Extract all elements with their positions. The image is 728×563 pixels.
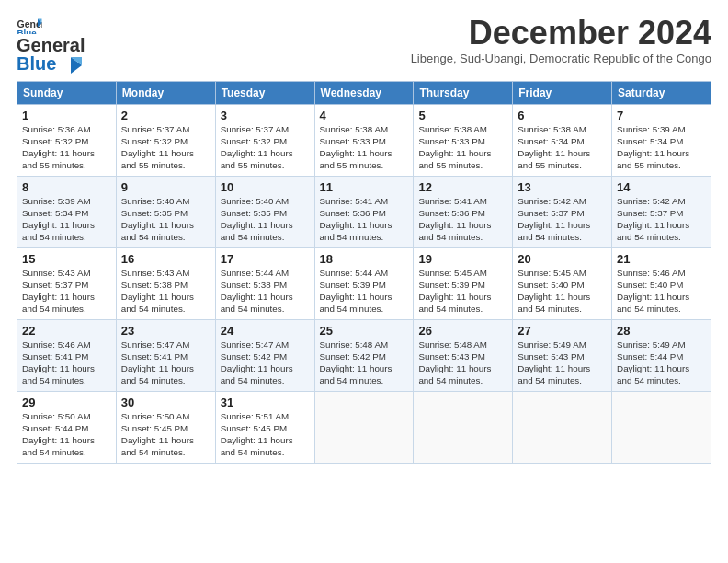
- day-info: Sunrise: 5:45 AMSunset: 5:39 PMDaylight:…: [418, 267, 507, 316]
- table-row: 31 Sunrise: 5:51 AMSunset: 5:45 PMDaylig…: [215, 391, 314, 463]
- day-info: Sunrise: 5:45 AMSunset: 5:40 PMDaylight:…: [518, 267, 607, 316]
- table-row: 3 Sunrise: 5:37 AMSunset: 5:32 PMDayligh…: [215, 104, 314, 176]
- day-info: Sunrise: 5:44 AMSunset: 5:38 PMDaylight:…: [221, 267, 310, 316]
- table-row: 11 Sunrise: 5:41 AMSunset: 5:36 PMDaylig…: [314, 176, 414, 247]
- table-row: [414, 391, 513, 463]
- table-row: 2 Sunrise: 5:37 AMSunset: 5:32 PMDayligh…: [116, 104, 215, 176]
- table-row: 16 Sunrise: 5:43 AMSunset: 5:38 PMDaylig…: [116, 247, 215, 319]
- table-row: [513, 391, 612, 463]
- day-number: 20: [518, 252, 607, 266]
- day-number: 9: [121, 180, 210, 194]
- day-number: 31: [221, 396, 310, 409]
- logo-general: General: [17, 35, 85, 55]
- table-row: 8 Sunrise: 5:39 AMSunset: 5:34 PMDayligh…: [17, 176, 117, 247]
- svg-text:Blue: Blue: [17, 28, 38, 35]
- table-row: 29 Sunrise: 5:50 AMSunset: 5:44 PMDaylig…: [17, 391, 117, 463]
- day-info: Sunrise: 5:42 AMSunset: 5:37 PMDaylight:…: [617, 195, 706, 244]
- day-number: 19: [418, 252, 507, 266]
- day-number: 10: [221, 180, 310, 194]
- logo-blue: Blue: [17, 53, 56, 74]
- day-number: 28: [617, 324, 706, 338]
- table-row: 22 Sunrise: 5:46 AMSunset: 5:41 PMDaylig…: [17, 319, 117, 391]
- day-info: Sunrise: 5:49 AMSunset: 5:43 PMDaylight:…: [518, 339, 607, 387]
- table-row: 19 Sunrise: 5:45 AMSunset: 5:39 PMDaylig…: [414, 247, 513, 319]
- logo-arrow-icon: [63, 55, 84, 75]
- day-number: 1: [22, 109, 111, 122]
- subtitle: Libenge, Sud-Ubangi, Democratic Republic…: [411, 52, 711, 65]
- day-info: Sunrise: 5:37 AMSunset: 5:32 PMDaylight:…: [121, 123, 210, 172]
- day-number: 18: [320, 252, 409, 266]
- day-number: 13: [518, 180, 607, 194]
- table-row: 6 Sunrise: 5:38 AMSunset: 5:34 PMDayligh…: [513, 104, 612, 176]
- table-row: 9 Sunrise: 5:40 AMSunset: 5:35 PMDayligh…: [116, 176, 215, 247]
- header-friday: Friday: [513, 81, 612, 104]
- table-row: 27 Sunrise: 5:49 AMSunset: 5:43 PMDaylig…: [513, 319, 612, 391]
- calendar-week-row: 15 Sunrise: 5:43 AMSunset: 5:37 PMDaylig…: [17, 247, 711, 319]
- calendar-table: Sunday Monday Tuesday Wednesday Thursday…: [17, 81, 711, 464]
- day-number: 24: [221, 324, 310, 338]
- day-info: Sunrise: 5:40 AMSunset: 5:35 PMDaylight:…: [221, 195, 310, 244]
- header-saturday: Saturday: [612, 81, 711, 104]
- table-row: 24 Sunrise: 5:47 AMSunset: 5:42 PMDaylig…: [215, 319, 314, 391]
- day-number: 5: [418, 109, 507, 122]
- calendar-week-row: 29 Sunrise: 5:50 AMSunset: 5:44 PMDaylig…: [17, 391, 711, 463]
- page: General Blue General Blue December 2024 …: [0, 0, 728, 473]
- day-info: Sunrise: 5:50 AMSunset: 5:44 PMDaylight:…: [22, 410, 111, 459]
- table-row: 4 Sunrise: 5:38 AMSunset: 5:33 PMDayligh…: [314, 104, 414, 176]
- calendar-week-row: 22 Sunrise: 5:46 AMSunset: 5:41 PMDaylig…: [17, 319, 711, 391]
- day-info: Sunrise: 5:38 AMSunset: 5:33 PMDaylight:…: [418, 123, 507, 172]
- calendar-week-row: 1 Sunrise: 5:36 AMSunset: 5:32 PMDayligh…: [17, 104, 711, 176]
- day-number: 7: [617, 109, 706, 122]
- day-info: Sunrise: 5:49 AMSunset: 5:44 PMDaylight:…: [617, 339, 706, 387]
- day-number: 3: [221, 109, 310, 122]
- day-number: 23: [121, 324, 210, 338]
- day-number: 4: [320, 109, 409, 122]
- day-number: 8: [22, 180, 111, 194]
- day-info: Sunrise: 5:41 AMSunset: 5:36 PMDaylight:…: [418, 195, 507, 244]
- table-row: 28 Sunrise: 5:49 AMSunset: 5:44 PMDaylig…: [612, 319, 711, 391]
- header-monday: Monday: [116, 81, 215, 104]
- day-number: 14: [617, 180, 706, 194]
- title-block: December 2024 Libenge, Sud-Ubangi, Democ…: [411, 17, 711, 65]
- day-number: 12: [418, 180, 507, 194]
- table-row: 25 Sunrise: 5:48 AMSunset: 5:42 PMDaylig…: [314, 319, 414, 391]
- day-info: Sunrise: 5:42 AMSunset: 5:37 PMDaylight:…: [518, 195, 607, 244]
- day-info: Sunrise: 5:41 AMSunset: 5:36 PMDaylight:…: [320, 195, 409, 244]
- day-number: 26: [418, 324, 507, 338]
- table-row: 20 Sunrise: 5:45 AMSunset: 5:40 PMDaylig…: [513, 247, 612, 319]
- table-row: 26 Sunrise: 5:48 AMSunset: 5:43 PMDaylig…: [414, 319, 513, 391]
- table-row: 23 Sunrise: 5:47 AMSunset: 5:41 PMDaylig…: [116, 319, 215, 391]
- day-info: Sunrise: 5:36 AMSunset: 5:32 PMDaylight:…: [22, 123, 111, 172]
- month-title: December 2024: [411, 17, 711, 50]
- day-info: Sunrise: 5:39 AMSunset: 5:34 PMDaylight:…: [22, 195, 111, 244]
- day-info: Sunrise: 5:48 AMSunset: 5:43 PMDaylight:…: [418, 339, 507, 387]
- day-info: Sunrise: 5:37 AMSunset: 5:32 PMDaylight:…: [221, 123, 310, 172]
- day-info: Sunrise: 5:44 AMSunset: 5:39 PMDaylight:…: [320, 267, 409, 316]
- day-number: 22: [22, 324, 111, 338]
- table-row: 14 Sunrise: 5:42 AMSunset: 5:37 PMDaylig…: [612, 176, 711, 247]
- day-number: 27: [518, 324, 607, 338]
- table-row: 21 Sunrise: 5:46 AMSunset: 5:40 PMDaylig…: [612, 247, 711, 319]
- day-number: 17: [221, 252, 310, 266]
- day-number: 29: [22, 396, 111, 409]
- day-info: Sunrise: 5:47 AMSunset: 5:42 PMDaylight:…: [221, 339, 310, 387]
- table-row: 7 Sunrise: 5:39 AMSunset: 5:34 PMDayligh…: [612, 104, 711, 176]
- table-row: 17 Sunrise: 5:44 AMSunset: 5:38 PMDaylig…: [215, 247, 314, 319]
- day-info: Sunrise: 5:51 AMSunset: 5:45 PMDaylight:…: [221, 410, 310, 459]
- table-row: 12 Sunrise: 5:41 AMSunset: 5:36 PMDaylig…: [414, 176, 513, 247]
- day-number: 21: [617, 252, 706, 266]
- table-row: [314, 391, 414, 463]
- day-info: Sunrise: 5:38 AMSunset: 5:33 PMDaylight:…: [320, 123, 409, 172]
- logo: General Blue General Blue: [17, 17, 85, 75]
- table-row: 30 Sunrise: 5:50 AMSunset: 5:45 PMDaylig…: [116, 391, 215, 463]
- table-row: 15 Sunrise: 5:43 AMSunset: 5:37 PMDaylig…: [17, 247, 117, 319]
- day-info: Sunrise: 5:48 AMSunset: 5:42 PMDaylight:…: [320, 339, 409, 387]
- day-number: 11: [320, 180, 409, 194]
- header-wednesday: Wednesday: [314, 81, 414, 104]
- header-tuesday: Tuesday: [215, 81, 314, 104]
- day-info: Sunrise: 5:43 AMSunset: 5:38 PMDaylight:…: [121, 267, 210, 316]
- day-info: Sunrise: 5:46 AMSunset: 5:40 PMDaylight:…: [617, 267, 706, 316]
- day-number: 30: [121, 396, 210, 409]
- calendar-week-row: 8 Sunrise: 5:39 AMSunset: 5:34 PMDayligh…: [17, 176, 711, 247]
- table-row: 5 Sunrise: 5:38 AMSunset: 5:33 PMDayligh…: [414, 104, 513, 176]
